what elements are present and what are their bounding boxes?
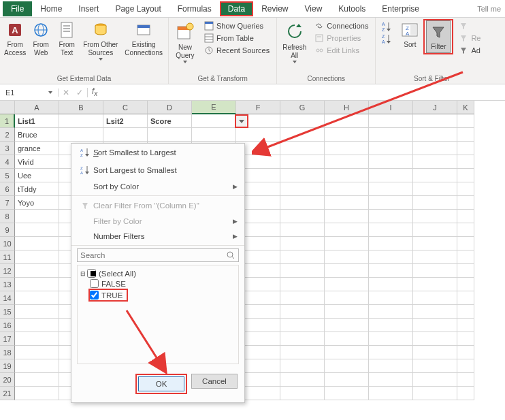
col-head-d[interactable]: D (148, 101, 192, 114)
cell-i7[interactable] (369, 196, 413, 210)
cell-g19[interactable] (280, 359, 325, 373)
row-head-19[interactable]: 19 (0, 359, 15, 373)
cell-g17[interactable] (280, 332, 325, 346)
row-head-14[interactable]: 14 (0, 291, 15, 305)
cell-g13[interactable] (280, 278, 325, 291)
cell-j8[interactable] (413, 210, 457, 223)
cell-e2[interactable] (192, 128, 236, 142)
cell-a2[interactable]: Bruce (15, 128, 59, 142)
cell-h21[interactable] (325, 387, 369, 400)
cell-j16[interactable] (413, 319, 457, 332)
from-web-button[interactable]: From Web (29, 19, 53, 59)
cell-a7[interactable]: Yoyo (15, 196, 59, 210)
cell-j15[interactable] (413, 305, 457, 319)
cell-j17[interactable] (413, 332, 457, 346)
cell-h13[interactable] (325, 278, 369, 291)
cell-k20[interactable] (457, 373, 474, 387)
cell-a5[interactable]: Uee (15, 169, 59, 182)
cell-a4[interactable]: Vivid (15, 155, 59, 169)
cell-h6[interactable] (325, 182, 369, 196)
cell-g5[interactable] (280, 169, 325, 182)
cell-k6[interactable] (457, 182, 474, 196)
cell-i19[interactable] (369, 359, 413, 373)
cell-k19[interactable] (457, 359, 474, 373)
cell-h8[interactable] (325, 210, 369, 223)
cell-h10[interactable] (325, 237, 369, 251)
cell-g15[interactable] (280, 305, 325, 319)
from-access-button[interactable]: A From Access (3, 19, 27, 59)
cell-a14[interactable] (15, 291, 59, 305)
cell-a18[interactable] (15, 346, 59, 359)
cell-k16[interactable] (457, 319, 474, 332)
cell-i1[interactable] (369, 114, 413, 128)
col-head-h[interactable]: H (325, 101, 369, 114)
cell-e1[interactable] (192, 114, 236, 128)
cell-k14[interactable] (457, 291, 474, 305)
cell-k18[interactable] (457, 346, 474, 359)
ok-button[interactable]: OK (138, 376, 184, 391)
cell-j20[interactable] (413, 373, 457, 387)
cell-h9[interactable] (325, 223, 369, 237)
cell-d2[interactable] (148, 128, 192, 142)
cell-i20[interactable] (369, 373, 413, 387)
row-head-18[interactable]: 18 (0, 346, 15, 359)
cell-j6[interactable] (413, 182, 457, 196)
cell-h12[interactable] (325, 264, 369, 278)
cell-g10[interactable] (280, 237, 325, 251)
cell-h5[interactable] (325, 169, 369, 182)
row-head-1[interactable]: 1 (0, 114, 15, 128)
tab-file[interactable]: File (3, 1, 32, 16)
cell-h14[interactable] (325, 291, 369, 305)
cell-h15[interactable] (325, 305, 369, 319)
cell-a12[interactable] (15, 264, 59, 278)
col-head-c[interactable]: C (103, 101, 148, 114)
number-filters-item[interactable]: Number Filters ▶ (71, 229, 244, 244)
advanced-button[interactable]: Ad (456, 45, 483, 56)
cell-a13[interactable] (15, 278, 59, 291)
cell-g8[interactable] (280, 210, 325, 223)
col-head-b[interactable]: B (59, 101, 103, 114)
cell-k21[interactable] (457, 387, 474, 400)
cell-h18[interactable] (325, 346, 369, 359)
cell-i4[interactable] (369, 155, 413, 169)
row-head-2[interactable]: 2 (0, 128, 15, 142)
recent-sources-button[interactable]: Recent Sources (201, 45, 272, 56)
select-all-checkbox[interactable]: ⊟ (Select All) (80, 268, 235, 278)
row-head-3[interactable]: 3 (0, 142, 15, 155)
refresh-all-button[interactable]: Refresh All (280, 19, 309, 65)
sort-asc-item[interactable]: AZ Sort Smallest to Largest (71, 144, 244, 161)
cell-i8[interactable] (369, 210, 413, 223)
row-head-4[interactable]: 4 (0, 155, 15, 169)
cell-a21[interactable] (15, 387, 59, 400)
cell-a11[interactable] (15, 251, 59, 264)
cell-k1[interactable] (457, 114, 474, 128)
row-head-17[interactable]: 17 (0, 332, 15, 346)
row-head-21[interactable]: 21 (0, 387, 15, 400)
cell-k10[interactable] (457, 237, 474, 251)
name-box[interactable]: E1 (0, 88, 59, 97)
tab-view[interactable]: View (297, 1, 331, 16)
filter-search[interactable] (77, 248, 239, 262)
cell-i6[interactable] (369, 182, 413, 196)
row-head-9[interactable]: 9 (0, 223, 15, 237)
tab-review[interactable]: Review (253, 1, 296, 16)
tab-formulas[interactable]: Formulas (169, 1, 220, 16)
cell-h4[interactable] (325, 155, 369, 169)
row-head-8[interactable]: 8 (0, 210, 15, 223)
cell-h11[interactable] (325, 251, 369, 264)
row-head-7[interactable]: 7 (0, 196, 15, 210)
tab-data[interactable]: Data (220, 1, 253, 16)
cell-a1[interactable]: List1 (15, 114, 59, 128)
cell-j12[interactable] (413, 264, 457, 278)
cell-j5[interactable] (413, 169, 457, 182)
cell-g12[interactable] (280, 264, 325, 278)
cell-k17[interactable] (457, 332, 474, 346)
row-head-20[interactable]: 20 (0, 373, 15, 387)
col-head-f[interactable]: F (236, 101, 280, 114)
cell-i10[interactable] (369, 237, 413, 251)
cell-i14[interactable] (369, 291, 413, 305)
cell-g20[interactable] (280, 373, 325, 387)
sort-by-color-item[interactable]: Sort by Color ▶ (71, 179, 244, 194)
tell-me[interactable]: Tell me (466, 5, 505, 13)
cell-j21[interactable] (413, 387, 457, 400)
